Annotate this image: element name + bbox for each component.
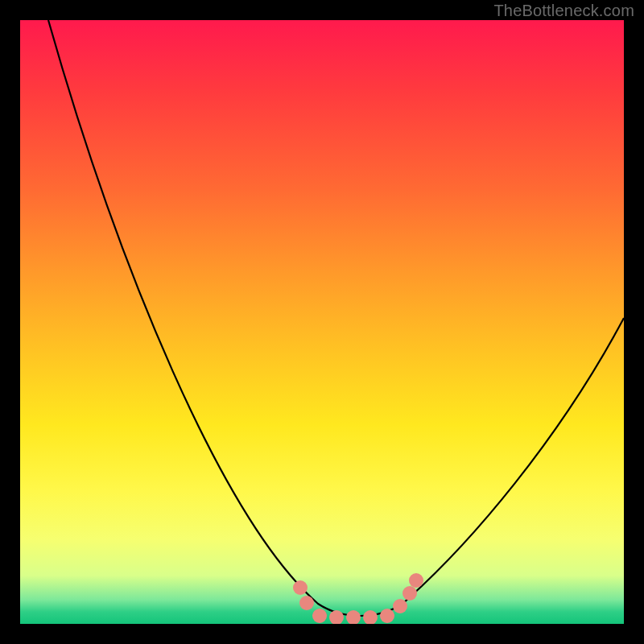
marker-dot (299, 596, 314, 610)
curve-layer (20, 20, 624, 624)
bottleneck-curve (48, 20, 624, 616)
marker-dot (293, 580, 308, 595)
marker-dot (312, 609, 327, 623)
plot-area (20, 20, 624, 624)
marker-dot (409, 573, 423, 588)
marker-dot (329, 610, 344, 624)
marker-dot (363, 610, 378, 624)
marker-dot (402, 586, 417, 601)
marker-dot (346, 610, 361, 624)
marker-dot (393, 599, 407, 613)
chart-frame: TheBottleneck.com (0, 0, 644, 644)
marker-dot (380, 609, 394, 623)
watermark-text: TheBottleneck.com (493, 2, 634, 20)
